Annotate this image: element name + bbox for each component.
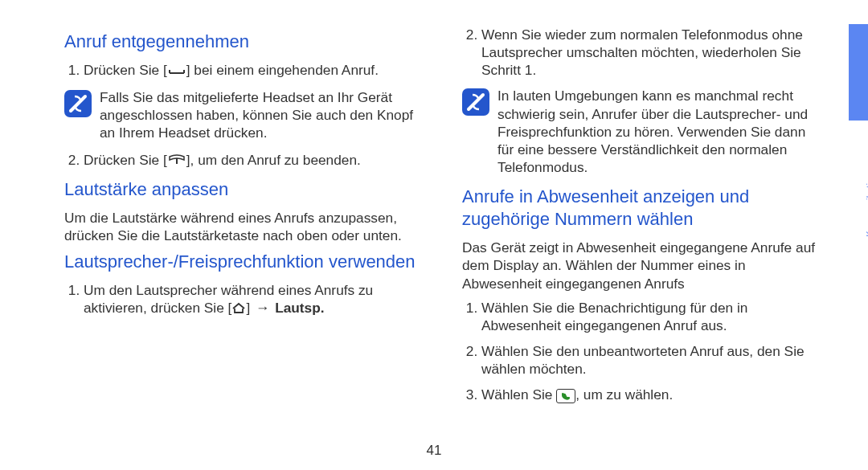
heading-answer-call: Anruf entgegennehmen bbox=[64, 31, 422, 53]
step: Wählen Sie den unbeantworteten Anruf aus… bbox=[481, 342, 820, 378]
arrow-icon: → bbox=[256, 300, 269, 316]
speaker-steps-cont: Wenn Sie wieder zum normalen Telefonmodu… bbox=[462, 26, 820, 79]
dial-button-icon bbox=[556, 389, 575, 403]
note-headset: Falls Sie das mitgelieferte Headset an I… bbox=[64, 88, 422, 141]
step: Wählen Sie die Benachrichtigung für den … bbox=[481, 299, 820, 334]
menu-lautsp: Lautsp. bbox=[275, 300, 324, 316]
left-column: Anruf entgegennehmen Drücken Sie [] bei … bbox=[64, 22, 422, 470]
note-text: In lauten Umgebungen kann es manchmal re… bbox=[497, 87, 820, 176]
home-key-icon bbox=[231, 300, 246, 317]
missed-calls-steps: Wählen Sie die Benachrichtigung für den … bbox=[462, 299, 820, 404]
side-tab-label: Kommunikation bbox=[865, 173, 868, 237]
heading-speaker: Lautsprecher-/Freisprechfunktion verwend… bbox=[64, 251, 422, 273]
heading-missed-calls: Anrufe in Abwesenheit anzeigen und zugeh… bbox=[462, 186, 820, 231]
answer-call-steps-2: Drücken Sie [], um den Anruf zu beenden. bbox=[64, 151, 422, 170]
step: Um den Lautsprecher während eines Anrufs… bbox=[84, 281, 422, 318]
manual-page: Anruf entgegennehmen Drücken Sie [] bei … bbox=[0, 0, 868, 470]
side-tab-marker bbox=[849, 24, 868, 121]
note-icon bbox=[462, 88, 489, 116]
send-key-icon bbox=[167, 62, 186, 80]
note-loud-env: In lauten Umgebungen kann es manchmal re… bbox=[462, 87, 820, 176]
step: Drücken Sie [] bei einem eingehenden Anr… bbox=[84, 61, 422, 80]
right-column: Wenn Sie wieder zum normalen Telefonmodu… bbox=[462, 22, 820, 470]
heading-volume: Lautstärke anpassen bbox=[64, 178, 422, 201]
missed-calls-intro: Das Gerät zeigt in Abwesenheit eingegang… bbox=[462, 239, 820, 292]
answer-call-steps: Drücken Sie [] bei einem eingehenden Anr… bbox=[64, 61, 422, 80]
note-text: Falls Sie das mitgelieferte Headset an I… bbox=[100, 88, 422, 141]
step: Wenn Sie wieder zum normalen Telefonmodu… bbox=[481, 26, 820, 79]
volume-text: Um die Lautstärke während eines Anrufs a… bbox=[64, 209, 422, 244]
step: Drücken Sie [], um den Anruf zu beenden. bbox=[84, 151, 422, 170]
end-key-icon bbox=[167, 151, 186, 169]
speaker-steps: Um den Lautsprecher während eines Anrufs… bbox=[64, 281, 422, 318]
page-number: 41 bbox=[427, 443, 442, 459]
step: Wählen Sie , um zu wählen. bbox=[481, 386, 820, 403]
side-tab: Kommunikation bbox=[849, 0, 868, 470]
note-icon bbox=[64, 90, 92, 117]
